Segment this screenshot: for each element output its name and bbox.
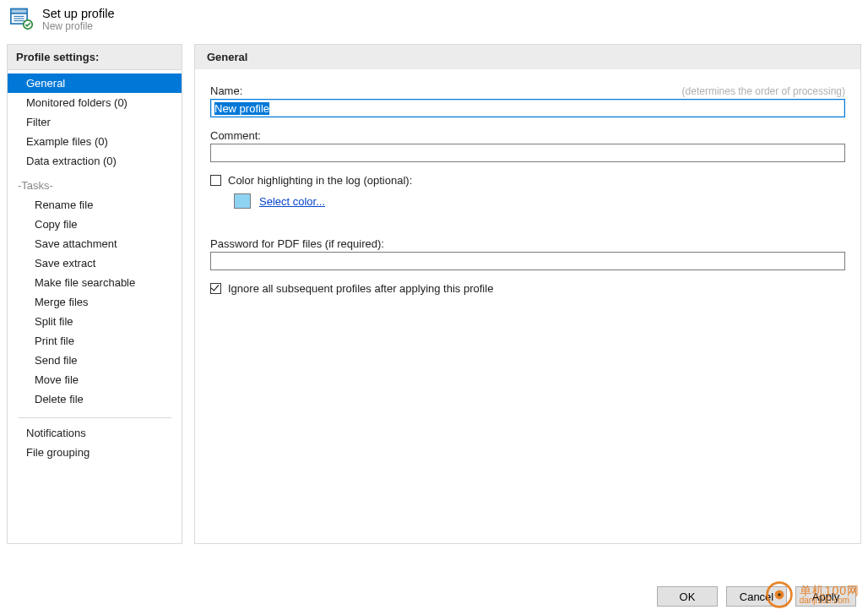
content-heading: General xyxy=(195,45,860,69)
sidebar-item-save-attachment[interactable]: Save attachment xyxy=(8,234,182,253)
select-color-link[interactable]: Select color... xyxy=(259,195,325,208)
name-hint: (determines the order of processing) xyxy=(682,85,845,97)
ok-button[interactable]: OK xyxy=(657,586,718,607)
sidebar-item-data-extraction[interactable]: Data extraction (0) xyxy=(8,151,182,171)
password-label: Password for PDF files (if required): xyxy=(210,237,384,250)
sidebar-item-make-file-searchable[interactable]: Make file searchable xyxy=(8,273,182,292)
sidebar-item-example-files[interactable]: Example files (0) xyxy=(8,132,182,151)
comment-input[interactable] xyxy=(210,144,845,162)
sidebar-item-merge-files[interactable]: Merge files xyxy=(8,292,182,312)
svg-rect-1 xyxy=(11,9,27,14)
svg-point-8 xyxy=(778,593,781,596)
profile-icon xyxy=(10,7,34,30)
sidebar-item-save-extract[interactable]: Save extract xyxy=(8,253,182,273)
sidebar-item-notifications[interactable]: Notifications xyxy=(8,423,182,443)
watermark: 单机100网 danji100.com xyxy=(764,580,860,610)
name-label: Name: xyxy=(210,84,242,97)
sidebar-item-file-grouping[interactable]: File grouping xyxy=(8,443,182,462)
color-swatch xyxy=(234,193,251,209)
color-highlighting-label: Color highlighting in the log (optional)… xyxy=(228,174,412,187)
sidebar-item-rename-file[interactable]: Rename file xyxy=(8,195,182,215)
sidebar-item-monitored-folders[interactable]: Monitored folders (0) xyxy=(8,93,182,112)
sidebar-item-move-file[interactable]: Move file xyxy=(8,370,182,389)
sidebar-heading: Profile settings: xyxy=(8,45,182,70)
watermark-logo-icon xyxy=(764,580,795,610)
dialog-subtitle: New profile xyxy=(42,21,114,33)
sidebar-item-filter[interactable]: Filter xyxy=(8,112,182,132)
sidebar-item-split-file[interactable]: Split file xyxy=(8,312,182,331)
comment-label: Comment: xyxy=(210,129,261,142)
dialog-header: Set up profile New profile xyxy=(0,0,868,44)
password-input[interactable] xyxy=(210,252,845,270)
ignore-subsequent-label: Ignore all subsequent profiles after app… xyxy=(228,282,493,295)
sidebar-item-print-file[interactable]: Print file xyxy=(8,331,182,351)
watermark-text-1: 单机100网 xyxy=(800,585,860,596)
sidebar-nav: General Monitored folders (0) Filter Exa… xyxy=(8,70,182,472)
ignore-subsequent-checkbox[interactable] xyxy=(210,283,221,294)
sidebar-item-delete-file[interactable]: Delete file xyxy=(8,389,182,409)
sidebar-group-tasks: -Tasks- xyxy=(8,171,182,195)
sidebar: Profile settings: General Monitored fold… xyxy=(7,44,182,544)
content-panel: General Name: (determines the order of p… xyxy=(194,44,861,544)
dialog-title: Set up profile xyxy=(42,7,114,21)
watermark-text-2: danji100.com xyxy=(800,596,860,605)
sidebar-item-copy-file[interactable]: Copy file xyxy=(8,215,182,234)
dialog-window: Set up profile New profile Profile setti… xyxy=(0,0,868,615)
sidebar-item-general[interactable]: General xyxy=(8,73,182,93)
sidebar-divider xyxy=(18,417,171,418)
color-highlighting-checkbox[interactable] xyxy=(210,175,221,186)
sidebar-item-send-file[interactable]: Send file xyxy=(8,351,182,370)
name-input[interactable] xyxy=(210,99,845,117)
